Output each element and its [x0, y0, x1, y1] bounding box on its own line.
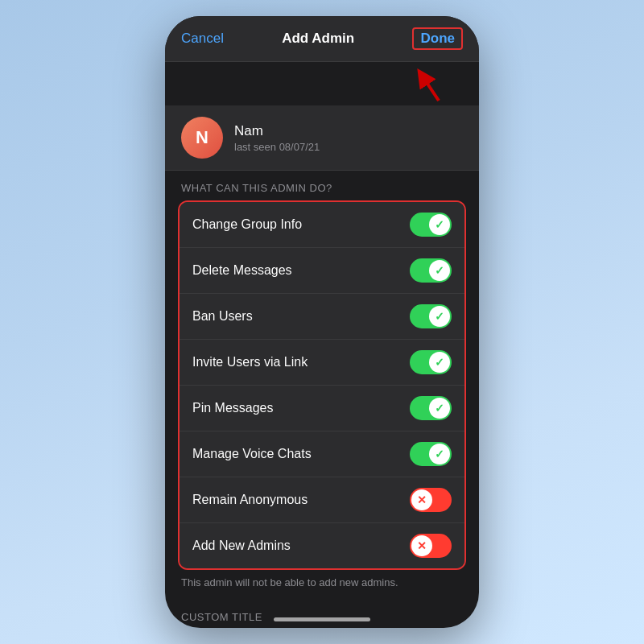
toggle-knob-pin-messages: ✓ [429, 398, 450, 419]
check-icon: ✓ [435, 402, 444, 415]
permission-row-ban-users[interactable]: Ban Users✓ [180, 294, 464, 340]
user-status: last seen 08/07/21 [234, 141, 320, 153]
toggle-knob-manage-voice-chats: ✓ [429, 444, 450, 464]
svg-line-1 [423, 76, 439, 101]
note-text: This admin will not be able to add new a… [165, 570, 479, 598]
permissions-list: Change Group Info✓Delete Messages✓Ban Us… [178, 200, 466, 570]
permission-label-delete-messages: Delete Messages [192, 263, 292, 278]
permission-label-change-group-info: Change Group Info [192, 217, 302, 232]
permission-row-manage-voice-chats[interactable]: Manage Voice Chats✓ [180, 431, 464, 477]
done-button[interactable]: Done [412, 27, 463, 50]
nav-bar: Cancel Add Admin Done [165, 16, 479, 62]
permission-label-manage-voice-chats: Manage Voice Chats [192, 447, 312, 461]
permission-label-add-new-admins: Add New Admins [192, 539, 291, 553]
check-icon: ✓ [435, 310, 444, 323]
permission-label-remain-anonymous: Remain Anonymous [192, 493, 308, 507]
toggle-knob-change-group-info: ✓ [429, 214, 450, 235]
check-icon: ✓ [435, 356, 444, 369]
permission-row-add-new-admins[interactable]: Add New Admins✕ [180, 523, 464, 568]
toggle-knob-delete-messages: ✓ [429, 260, 450, 281]
nav-title: Add Admin [282, 31, 354, 47]
cancel-button[interactable]: Cancel [181, 31, 224, 47]
toggle-delete-messages[interactable]: ✓ [410, 258, 452, 283]
user-section: N Nam last seen 08/07/21 [165, 105, 479, 171]
permission-row-remain-anonymous[interactable]: Remain Anonymous✕ [180, 477, 464, 523]
toggle-change-group-info[interactable]: ✓ [410, 213, 452, 237]
toggle-ban-users[interactable]: ✓ [410, 304, 452, 328]
phone-frame: Cancel Add Admin Done N Nam last seen 08… [165, 16, 479, 628]
toggle-remain-anonymous[interactable]: ✕ [410, 488, 452, 512]
toggle-knob-invite-users-via-link: ✓ [429, 352, 450, 373]
check-icon: ✓ [435, 264, 444, 277]
custom-title-header: CUSTOM TITLE [165, 605, 479, 628]
permission-row-delete-messages[interactable]: Delete Messages✓ [180, 248, 464, 294]
user-info: Nam last seen 08/07/21 [234, 123, 320, 153]
arrow-icon [408, 65, 448, 109]
permission-row-invite-users-via-link[interactable]: Invite Users via Link✓ [180, 340, 464, 386]
permission-row-change-group-info[interactable]: Change Group Info✓ [180, 202, 464, 248]
x-icon: ✕ [417, 539, 427, 552]
custom-title-section: CUSTOM TITLE admin [165, 605, 479, 628]
check-icon: ✓ [435, 218, 444, 231]
toggle-knob-add-new-admins: ✕ [411, 535, 432, 556]
home-indicator [274, 617, 370, 621]
permission-label-pin-messages: Pin Messages [192, 401, 274, 415]
toggle-invite-users-via-link[interactable]: ✓ [410, 350, 452, 374]
toggle-add-new-admins[interactable]: ✕ [410, 534, 452, 558]
permission-label-ban-users: Ban Users [192, 309, 253, 324]
user-name: Nam [234, 123, 320, 139]
x-icon: ✕ [417, 493, 427, 506]
avatar: N [181, 117, 223, 159]
toggle-pin-messages[interactable]: ✓ [410, 396, 452, 420]
section-header: WHAT CAN THIS ADMIN DO? [165, 171, 479, 200]
toggle-knob-remain-anonymous: ✕ [411, 489, 432, 510]
permission-label-invite-users-via-link: Invite Users via Link [192, 355, 308, 369]
arrow-section [165, 62, 479, 105]
toggle-knob-ban-users: ✓ [429, 306, 450, 327]
toggle-manage-voice-chats[interactable]: ✓ [410, 442, 452, 466]
permission-row-pin-messages[interactable]: Pin Messages✓ [180, 386, 464, 431]
check-icon: ✓ [435, 448, 444, 460]
